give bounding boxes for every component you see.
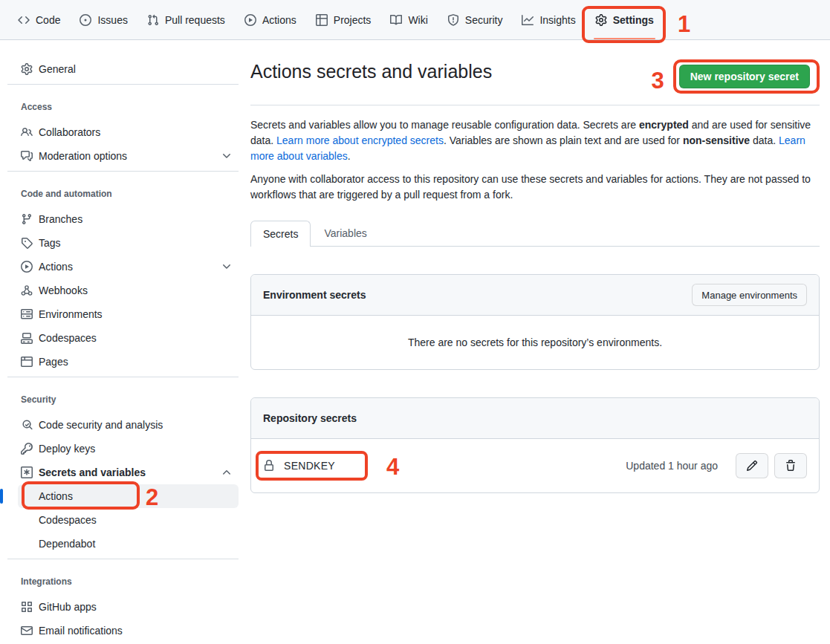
sidebar-item-actions[interactable]: Actions xyxy=(18,255,239,279)
secrets-variables-tabs: Secrets Variables xyxy=(250,221,820,247)
environment-secrets-empty-message: There are no secrets for this repository… xyxy=(251,316,819,369)
chevron-down-icon xyxy=(221,150,233,162)
manage-environments-button[interactable]: Manage environments xyxy=(692,284,807,306)
page-layout: General Access Collaborators Moderation … xyxy=(0,40,830,644)
sidebar-item-general[interactable]: General xyxy=(18,57,239,81)
sidebar-item-secrets-codespaces[interactable]: Codespaces xyxy=(18,508,239,532)
pencil-icon xyxy=(746,460,758,472)
divider xyxy=(7,171,239,172)
tag-icon xyxy=(21,237,33,249)
sidebar-item-label: General xyxy=(39,63,76,75)
browser-icon xyxy=(21,356,33,368)
secret-name-group: SENDKEY 4 xyxy=(263,458,335,473)
description-text: Secrets and variables allow you to manag… xyxy=(250,119,639,131)
sidebar-item-secrets-and-variables[interactable]: Secrets and variables xyxy=(18,461,239,484)
panel-title: Repository secrets xyxy=(263,412,357,424)
shield-icon xyxy=(447,14,459,26)
play-icon xyxy=(244,14,256,26)
chevron-down-icon xyxy=(221,261,233,273)
annotation-box-3: New repository secret xyxy=(673,59,820,94)
tab-actions[interactable]: Actions xyxy=(239,0,302,39)
repository-secrets-panel: Repository secrets SENDKEY 4 Updated 1 h… xyxy=(250,397,820,493)
page-title: Actions secrets and variables xyxy=(250,59,492,83)
git-pull-request-icon xyxy=(147,14,159,26)
sidebar-item-tags[interactable]: Tags xyxy=(18,231,239,255)
environment-secrets-header: Environment secrets Manage environments xyxy=(251,275,819,316)
sidebar-item-deploy-keys[interactable]: Deploy keys xyxy=(18,437,239,461)
codescan-icon xyxy=(21,419,33,431)
table-icon xyxy=(316,14,328,26)
tab-pull-requests[interactable]: Pull requests xyxy=(141,0,231,39)
gear-icon xyxy=(595,14,607,26)
repo-tab-bar: Code Issues Pull requests Actions Projec… xyxy=(0,0,830,40)
sidebar-item-collaborators[interactable]: Collaborators xyxy=(18,120,239,144)
divider xyxy=(7,377,239,377)
gear-icon xyxy=(21,63,33,75)
mail-icon xyxy=(21,625,33,637)
tab-insights[interactable]: Insights xyxy=(516,0,581,39)
tab-label: Security xyxy=(465,14,503,26)
sidebar-item-secrets-actions[interactable]: Actions 2 xyxy=(18,484,239,508)
tab-settings[interactable]: Settings xyxy=(589,0,660,39)
description-paragraph-2: Anyone with collaborator access to this … xyxy=(250,172,812,203)
sidebar-item-pages[interactable]: Pages xyxy=(18,350,239,374)
sidebar-section-security: Security xyxy=(18,392,250,407)
tab-label: Settings xyxy=(613,14,654,26)
sidebar-item-moderation-options[interactable]: Moderation options xyxy=(18,144,239,168)
sidebar-item-label: Email notifications xyxy=(39,625,123,637)
sidebar-item-branches[interactable]: Branches xyxy=(18,207,239,231)
annotation-label-4: 4 xyxy=(386,455,399,478)
chevron-up-icon xyxy=(221,466,233,478)
sidebar-item-label: Moderation options xyxy=(39,150,127,162)
sidebar-item-label: Webhooks xyxy=(39,284,88,296)
divider xyxy=(7,84,239,85)
trash-icon xyxy=(785,460,797,472)
tab-variables[interactable]: Variables xyxy=(312,221,378,246)
sidebar-item-label: Tags xyxy=(39,237,61,249)
learn-more-encrypted-secrets-link[interactable]: Learn more about encrypted secrets xyxy=(276,134,444,146)
sidebar-item-label: Branches xyxy=(39,213,82,225)
sidebar-item-label: Actions xyxy=(39,490,73,502)
tab-label: Insights xyxy=(539,14,575,26)
tab-wiki[interactable]: Wiki xyxy=(384,0,433,39)
environment-secrets-panel: Environment secrets Manage environments … xyxy=(250,274,820,370)
sidebar-item-label: Pages xyxy=(39,356,68,368)
main-content: Actions secrets and variables 3 New repo… xyxy=(250,40,830,493)
tab-label: Wiki xyxy=(408,14,427,26)
sidebar-item-code-security[interactable]: Code security and analysis xyxy=(18,413,239,437)
delete-secret-button[interactable] xyxy=(774,453,807,478)
codespaces-icon xyxy=(21,332,33,344)
tab-code[interactable]: Code xyxy=(12,0,66,39)
sidebar-item-github-apps[interactable]: GitHub apps xyxy=(18,595,239,619)
sidebar-item-codespaces[interactable]: Codespaces xyxy=(18,326,239,350)
sidebar-item-label: GitHub apps xyxy=(39,601,97,613)
tab-label: Code xyxy=(36,14,60,26)
tab-secrets[interactable]: Secrets xyxy=(250,221,311,247)
sidebar-item-secrets-dependabot[interactable]: Dependabot xyxy=(18,532,239,556)
sidebar-item-label: Deploy keys xyxy=(39,443,95,455)
sidebar-item-label: Code security and analysis xyxy=(39,419,163,431)
tab-label: Issues xyxy=(97,14,127,26)
sidebar-item-label: Secrets and variables xyxy=(39,466,146,478)
divider xyxy=(7,559,239,559)
new-repository-secret-button[interactable]: New repository secret xyxy=(679,65,810,88)
book-icon xyxy=(390,14,402,26)
sidebar-item-webhooks[interactable]: Webhooks xyxy=(18,279,239,302)
graph-icon xyxy=(522,14,534,26)
sidebar-item-email-notifications[interactable]: Email notifications xyxy=(18,619,239,643)
sidebar-item-environments[interactable]: Environments xyxy=(18,302,239,326)
description-text: . Variables are shown as plain text and … xyxy=(444,134,683,146)
sidebar-section-integrations: Integrations xyxy=(18,574,250,589)
edit-secret-button[interactable] xyxy=(736,453,768,478)
description-bold: encrypted xyxy=(639,119,689,131)
page-header: Actions secrets and variables 3 New repo… xyxy=(250,59,820,105)
people-icon xyxy=(21,126,33,138)
lock-icon xyxy=(263,460,275,472)
tab-security[interactable]: Security xyxy=(441,0,509,39)
webhook-icon xyxy=(21,284,33,296)
annotation-label-2: 2 xyxy=(146,486,158,509)
comment-discussion-icon xyxy=(21,150,33,162)
tab-issues[interactable]: Issues xyxy=(74,0,133,39)
tab-label: Pull requests xyxy=(165,14,225,26)
tab-projects[interactable]: Projects xyxy=(310,0,377,39)
